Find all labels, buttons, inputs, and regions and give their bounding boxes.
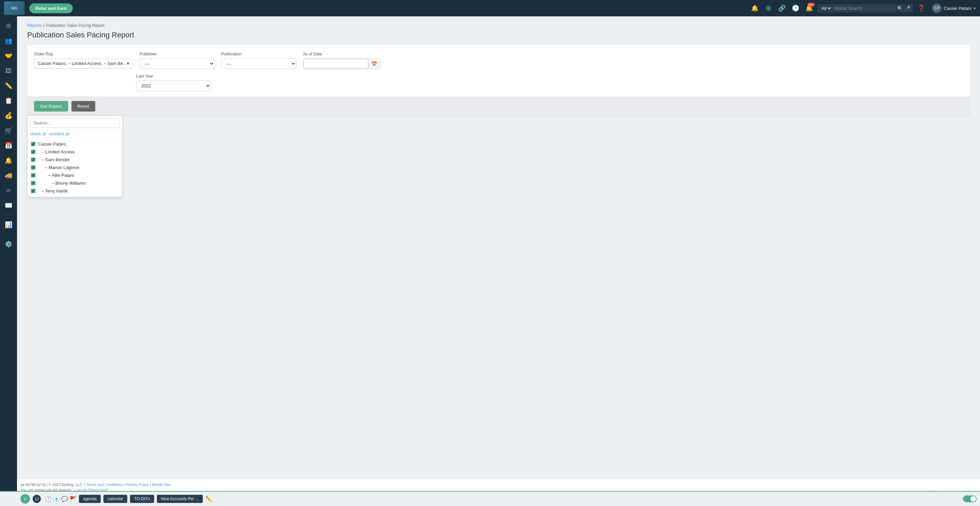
order-rep-dropdown: Cassie Pataro, – Limited Access, – Sam B… [34,59,133,69]
calendar-button[interactable]: 📅 [368,59,380,69]
chevron-down-icon: ▾ [974,6,976,11]
clock-small-icon[interactable]: 🕐 [45,496,52,502]
order-rep-selected-display[interactable]: Cassie Pataro, – Limited Access, – Sam B… [34,59,133,68]
app-logo[interactable]: IMG [4,2,24,15]
reset-button[interactable]: Reset [72,101,95,111]
item-label: – Terry Hartill [41,189,67,194]
dropdown-item[interactable]: – Limited Access [27,148,122,156]
item-checkbox-briony[interactable] [31,181,35,185]
sidebar-item-notifications[interactable]: 🔔 [2,154,15,167]
link-icon: 🔗 [778,5,786,12]
dropdown-item[interactable]: – Manon Lagreve [27,163,122,171]
contacts-icon: 👥 [5,37,12,44]
sidebar-item-sign[interactable]: ✏️ [2,79,15,92]
search-icon[interactable]: 🔍 [897,6,903,11]
refer-earn-button[interactable]: Refer and Earn [29,3,73,13]
global-search-area: All 🔍 🎤 [817,4,913,13]
uncheck-all-link[interactable]: uncheck all [49,132,69,136]
pencil-icon[interactable]: ✏️ [205,496,212,502]
bottom-icons: 🕐 📧 💬 🚩 [45,496,76,502]
item-checkbox-manon[interactable] [31,165,35,170]
bottom-bar: ✓ 12 🕐 📧 💬 🚩 agenda calendar TO-DO's New… [0,491,980,506]
photos-icon: 🖼 [5,67,11,75]
mobile-site-link[interactable]: Mobile Site [152,482,170,487]
order-rep-group: Order Rep Cassie Pataro, – Limited Acces… [34,52,133,69]
new-accounts-tab[interactable]: New Accounts Per ... [157,495,203,503]
email-small-icon[interactable]: 📧 [53,496,60,502]
add-button[interactable]: ⊕ [763,3,774,14]
form-row-secondary: Last Year 2021 2022 2023 [34,74,963,91]
publication-label: Publication [221,52,296,56]
link-button[interactable]: 🔗 [776,3,788,14]
dropdown-item[interactable]: – Briony Williams [27,179,122,187]
order-rep-search-input[interactable] [30,118,120,128]
search-icon-group: 🔍 🎤 [897,6,910,11]
cart-icon: 🛒 [5,127,12,134]
calendar-icon: 📅 [5,142,12,149]
todo-tab[interactable]: TO-DO's [130,495,154,503]
green-check-icon[interactable]: ✓ [21,494,30,504]
sidebar-item-email[interactable]: ✉️ [2,198,15,212]
footer-copyright: qa 66780 [e73] | © 2022 Aysling, LLC. | [21,482,86,487]
chat-small-icon[interactable]: 💬 [61,496,68,502]
dropdown-search-area [27,116,122,130]
publisher-select[interactable]: — [140,59,215,69]
nav-icon-group: 🔔 ⊕ 🔗 🕐 🔔 99+ All 🔍 🎤 ❓ [749,3,976,14]
sidebar-item-invoices[interactable]: 💰 [2,109,15,122]
sidebar-item-dashboard[interactable]: ⊞ [2,19,15,33]
footer-line1: qa 66780 [e73] | © 2022 Aysling, LLC. | … [21,482,973,487]
help-icon: ❓ [917,5,925,12]
truck-icon: 🚚 [5,172,12,179]
help-button[interactable]: ❓ [916,3,927,14]
bottom-right [963,495,977,502]
sidebar-item-deals[interactable]: 🤝 [2,49,15,63]
mic-icon[interactable]: 🎤 [905,6,910,11]
alert-button[interactable]: 🔔 99+ [804,3,815,14]
sidebar-item-contacts[interactable]: 👥 [2,34,15,48]
sidebar-item-shipping[interactable]: 🚚 [2,169,15,182]
sidebar-item-cart[interactable]: 🛒 [2,124,15,137]
item-checkbox-terry[interactable] [31,189,35,193]
terms-link[interactable]: Terms and Conditions [86,482,123,487]
order-rep-value: Cassie Pataro, – Limited Access, – Sam B… [38,61,127,66]
item-label: – Manon Lagreve [45,165,79,170]
global-search-input[interactable] [834,6,895,11]
publication-select[interactable]: — [221,59,296,69]
calendar-tab[interactable]: calendar [103,495,127,503]
item-checkbox-sam[interactable] [31,157,35,162]
reports-icon: 📊 [5,221,12,228]
item-checkbox-allie[interactable] [31,173,35,178]
dashboard-icon: ⊞ [6,22,11,30]
clock-button[interactable]: 🕐 [790,3,801,14]
agenda-tab[interactable]: agenda [79,495,101,503]
breadcrumb-reports-link[interactable]: Reports [27,23,41,28]
handshake-icon: 🤝 [5,52,12,60]
sidebar-item-calendar[interactable]: 📅 [2,139,15,152]
sidebar-item-orders[interactable]: 📋 [2,94,15,108]
publication-group: Publication — [221,52,296,69]
item-label: – Briony Williams [52,181,86,186]
check-all-link[interactable]: check all [30,132,46,136]
toggle-switch[interactable] [963,495,977,502]
user-menu[interactable]: CP Cassie Pataro ▾ [932,3,976,13]
sidebar-item-settings[interactable]: ⚙️ [2,237,15,251]
dropdown-item[interactable]: – Terry Hartill [27,187,122,195]
dropdown-item[interactable]: – Sam Bender [27,156,122,163]
last-year-select[interactable]: 2021 2022 2023 [136,81,211,91]
flag-small-icon[interactable]: 🚩 [69,496,76,502]
item-checkbox-limited[interactable] [31,150,35,154]
dropdown-item[interactable]: Cassie Pataro [27,140,122,148]
sidebar-item-word[interactable]: W [2,184,15,197]
sidebar-item-photos[interactable]: 🖼 [2,64,15,78]
sidebar-item-reports[interactable]: 📊 [2,218,15,232]
as-of-date-input[interactable]: 01/23/2023 [304,59,368,69]
get-report-button[interactable]: Get Report [34,101,68,111]
breadcrumb-current: Publication Sales Pacing Report [46,23,104,28]
privacy-link[interactable]: Privacy Policy [126,482,149,487]
notification-bell-button[interactable]: 🔔 [749,3,760,14]
item-checkbox-cassie[interactable] [31,142,35,146]
as-of-date-label: As of Date [303,52,380,56]
sidebar: ⊞ 👥 🤝 🖼 ✏️ 📋 💰 🛒 📅 🔔 🚚 W ✉️ 📊 ⚙️ [0,16,17,506]
dropdown-item[interactable]: – Allie Pataro [27,171,122,179]
search-scope-select[interactable]: All [820,5,832,11]
